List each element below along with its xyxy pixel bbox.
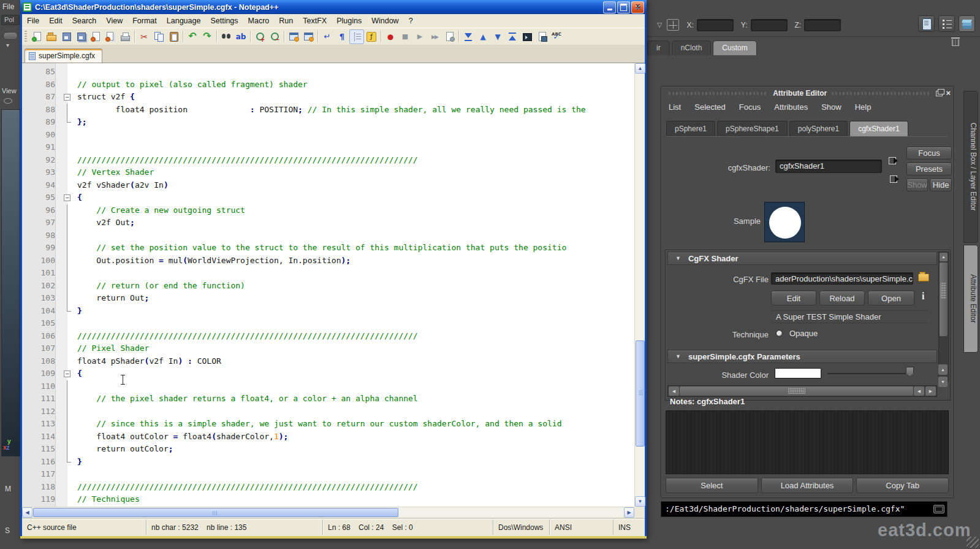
maya-file-menu[interactable]: File [2, 2, 14, 11]
code-line[interactable]: 98 [22, 229, 634, 242]
output-connection-icon[interactable] [889, 174, 901, 184]
ae-menu-show[interactable]: Show [821, 102, 841, 115]
attribute-editor-toggle-icon[interactable] [918, 15, 935, 32]
material-sample-swatch[interactable] [764, 202, 805, 242]
cgfx-file-input[interactable]: aderProduction\shaders\superSimple.cgfx [771, 272, 913, 285]
code-editor[interactable]: 8586// output to pixel (also called frag… [22, 63, 645, 517]
scrollbar-thumb[interactable] [940, 263, 948, 336]
cgfxshader-name-input[interactable]: cgfxShader1 [775, 159, 882, 173]
code-line[interactable]: 108float4 pShader(v2f In) : COLOR [22, 355, 634, 368]
shelf-tab-ncloth[interactable]: nCloth [672, 40, 712, 55]
code-line[interactable]: 113 // since this is a simple shader, we… [22, 418, 634, 431]
code-line[interactable]: 102 // return (or end the function) [22, 280, 634, 293]
menu-run[interactable]: Run [274, 15, 298, 26]
scrollbar-thumb[interactable] [680, 386, 913, 396]
menu-format[interactable]: Format [127, 15, 162, 26]
code-line[interactable]: 115 return outColor; [22, 443, 634, 456]
side-tab-attribute-editor[interactable]: Attribute Editor [963, 245, 978, 353]
code-line[interactable]: 92//////////////////////////////////////… [22, 154, 634, 167]
dropdown-caret-icon[interactable]: ▽ [657, 21, 662, 29]
menu-search[interactable]: Search [67, 15, 102, 26]
code-line[interactable]: 97 v2f Out; [22, 217, 634, 229]
code-line[interactable]: 85 [22, 66, 634, 79]
scroll-down-icon[interactable]: ▼ [635, 496, 645, 507]
focus-button[interactable]: Focus [906, 147, 952, 159]
paste-icon[interactable] [166, 29, 181, 44]
code-line[interactable]: 118/////////////////////////////////////… [22, 481, 634, 494]
ae-tab-cgfxshader1[interactable]: cgfxShader1 [849, 121, 908, 136]
menu-view[interactable]: View [101, 15, 127, 26]
zoom-in-icon[interactable] [253, 29, 267, 44]
console-icon[interactable] [520, 29, 534, 44]
code-line[interactable]: 95{ [22, 191, 634, 204]
code-line[interactable]: 94v2f vShader(a2v In) [22, 179, 634, 192]
save-icon[interactable] [59, 29, 74, 44]
zoom-out-icon[interactable] [267, 29, 282, 44]
scroll-right-icon[interactable]: ▶ [624, 507, 634, 518]
minimize-button[interactable] [603, 1, 616, 13]
collapse-bottom-icon[interactable] [505, 29, 520, 44]
scroll-left-icon[interactable]: ◀ [914, 386, 924, 396]
y-input[interactable] [751, 19, 788, 31]
browse-folder-icon[interactable] [918, 274, 929, 282]
ae-tab-psphereshape1[interactable]: pSphereShape1 [717, 121, 788, 136]
macro-run-multiple-icon[interactable]: ▶▶ [427, 29, 442, 44]
replace-icon[interactable]: ab [234, 29, 248, 44]
trash-icon[interactable] [952, 39, 959, 46]
ae-menu-focus[interactable]: Focus [739, 102, 761, 115]
code-line[interactable]: 91 [22, 141, 634, 154]
code-line[interactable]: 99 // set the position value to the stru… [22, 242, 634, 255]
code-line[interactable]: 86// output to pixel (also called fragme… [22, 79, 634, 91]
show-all-characters-icon[interactable]: ¶ [335, 29, 349, 44]
menu-edit[interactable]: Edit [44, 15, 67, 26]
code-line[interactable]: 105 [22, 317, 634, 330]
info-icon[interactable]: i [922, 291, 924, 302]
menu-language[interactable]: Language [162, 15, 206, 26]
tab-supersimple-cgfx[interactable]: superSimple.cgfx [25, 48, 102, 63]
open-file-icon[interactable] [44, 29, 59, 44]
scrollbar-thumb[interactable] [33, 508, 398, 517]
scrollbar-grip[interactable] [941, 283, 946, 299]
maya-left-button[interactable] [3, 32, 18, 40]
code-line[interactable]: 116} [22, 456, 634, 469]
scroll-up-icon[interactable]: ▲ [938, 364, 948, 375]
code-line[interactable]: 101 [22, 267, 634, 280]
float-panel-icon[interactable] [936, 91, 943, 96]
collapse-triangle-icon[interactable]: ▼ [675, 255, 681, 261]
macro-save-icon[interactable] [442, 29, 457, 44]
code-area[interactable]: 8586// output to pixel (also called frag… [22, 63, 634, 507]
shader-color-swatch[interactable] [775, 368, 821, 378]
macro-play-icon[interactable]: ▶ [412, 29, 427, 44]
doc-monitor-icon[interactable] [534, 29, 549, 44]
code-line[interactable]: 114 float4 outColor = float4(shaderColor… [22, 431, 634, 443]
ae-tab-psphere1[interactable]: pSphere1 [666, 121, 715, 136]
code-line[interactable]: 100 Out.position = mul(WorldViewProjecti… [22, 255, 634, 267]
maximize-button[interactable] [617, 1, 630, 13]
code-line[interactable]: 87struct v2f { [22, 91, 634, 104]
load-attributes-button[interactable]: Load Attributes [761, 478, 854, 493]
triangle-up-icon[interactable]: ▲ [476, 29, 490, 44]
shader-color-slider[interactable] [827, 373, 906, 374]
resize-grip[interactable] [967, 537, 979, 548]
tool-settings-toggle-icon[interactable] [938, 15, 955, 32]
z-input[interactable] [804, 19, 841, 31]
macro-stop-icon[interactable]: ■ [398, 29, 412, 44]
technique-radio[interactable] [776, 330, 783, 337]
code-line[interactable]: 93// Vertex Shader [22, 166, 634, 179]
code-line[interactable]: 109{ [22, 367, 634, 380]
open-button[interactable]: Open [868, 291, 914, 305]
code-line[interactable]: 110 [22, 380, 634, 393]
snap-grid-icon[interactable] [667, 19, 679, 31]
new-file-icon[interactable] [29, 29, 44, 44]
close-document-icon[interactable]: x [636, 2, 640, 10]
maya-view-menu[interactable]: View [2, 87, 17, 94]
cut-icon[interactable]: ✂ [137, 29, 151, 44]
notes-textarea[interactable] [666, 410, 949, 474]
function-completion-icon[interactable]: ƒ [364, 29, 379, 44]
macro-record-icon[interactable]: ● [383, 29, 398, 44]
side-tab-channel-box-layer-editor[interactable]: Channel Box / Layer Editor [963, 91, 978, 243]
title-bar[interactable]: C:\Eat3d\ShaderProduction\shaders\superS… [20, 0, 647, 14]
channel-box-toggle-icon[interactable] [959, 15, 975, 32]
collapse-top-icon[interactable] [461, 29, 476, 44]
menu-plugins[interactable]: Plugins [332, 15, 367, 26]
